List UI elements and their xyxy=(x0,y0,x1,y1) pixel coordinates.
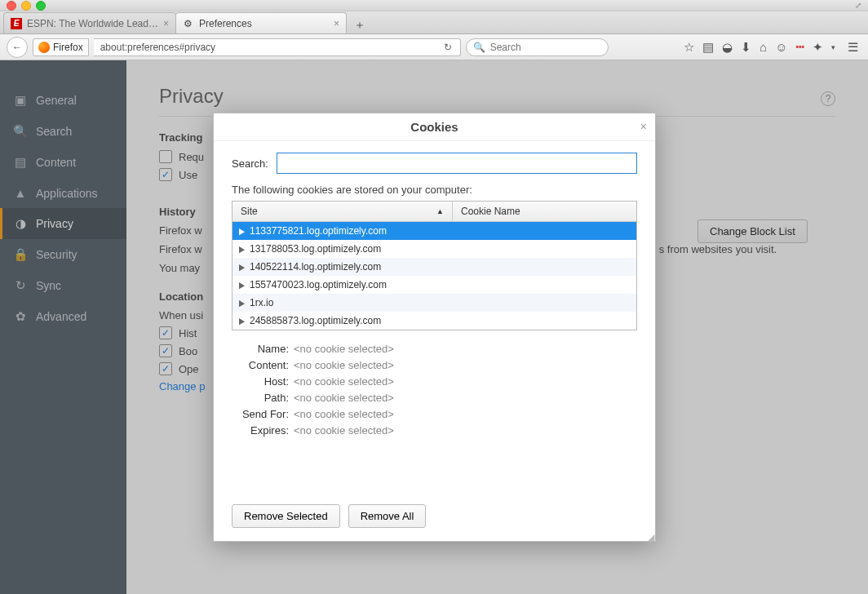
url-bar[interactable]: ↻ xyxy=(94,38,461,56)
site-cell: 245885873.log.optimizely.com xyxy=(250,315,381,326)
tab-close-icon[interactable]: × xyxy=(163,18,169,29)
column-cookie-name[interactable]: Cookie Name xyxy=(453,202,636,221)
new-tab-button[interactable]: ＋ xyxy=(351,17,369,33)
identity-label: Firefox xyxy=(53,42,83,53)
column-cookie-label: Cookie Name xyxy=(461,206,520,217)
search-bar[interactable]: 🔍 xyxy=(466,38,609,56)
table-header: Site▲ Cookie Name xyxy=(232,202,636,222)
reading-list-icon[interactable]: ▤ xyxy=(702,40,714,55)
tab-label: Preferences xyxy=(199,18,252,29)
fullscreen-icon[interactable]: ⤢ xyxy=(855,1,861,10)
window-titlebar: ⤢ xyxy=(0,0,868,11)
back-button[interactable]: ← xyxy=(7,37,28,58)
tab-espn[interactable]: E ESPN: The Worldwide Lead… × xyxy=(3,12,176,33)
site-cell: 1557470023.log.optimizely.com xyxy=(250,279,387,290)
toolbar-icons: ☆ ▤ ◒ ⬇ ⌂ ☺ ••• ✦ ▾ ☰ xyxy=(684,40,861,55)
table-row[interactable]: ▶140522114.log.optimizely.com xyxy=(232,258,636,276)
dialog-title: Cookies xyxy=(410,120,458,134)
home-icon[interactable]: ⌂ xyxy=(760,40,767,54)
url-input[interactable] xyxy=(99,41,441,54)
expand-icon[interactable]: ▶ xyxy=(239,298,245,308)
table-body: ▶1133775821.log.optimizely.com ▶13178805… xyxy=(232,222,636,330)
column-site-label: Site xyxy=(241,206,258,217)
detail-value-name: <no cookie selected> xyxy=(294,343,394,355)
expand-icon[interactable]: ▶ xyxy=(239,262,245,272)
table-row[interactable]: ▶245885873.log.optimizely.com xyxy=(232,312,636,330)
gear-favicon-icon: ⚙ xyxy=(183,18,194,29)
site-cell: 140522114.log.optimizely.com xyxy=(250,261,381,273)
site-cell: 131788053.log.optimizely.com xyxy=(250,243,381,255)
remove-selected-button[interactable]: Remove Selected xyxy=(232,504,340,528)
cookie-details: Name:<no cookie selected> Content:<no co… xyxy=(232,339,637,441)
detail-value-sendfor: <no cookie selected> xyxy=(294,408,394,420)
expand-icon[interactable]: ▶ xyxy=(239,244,245,254)
site-cell: 1133775821.log.optimizely.com xyxy=(250,225,387,237)
hamburger-menu-icon[interactable]: ☰ xyxy=(844,40,861,55)
tab-strip: E ESPN: The Worldwide Lead… × ⚙ Preferen… xyxy=(0,11,868,34)
chat-icon[interactable]: ☺ xyxy=(775,40,787,54)
tab-preferences[interactable]: ⚙ Preferences × xyxy=(175,12,347,33)
site-cell: 1rx.io xyxy=(250,297,273,308)
expand-icon[interactable]: ▶ xyxy=(239,226,245,236)
pocket-icon[interactable]: ◒ xyxy=(722,40,733,55)
window-zoom-button[interactable] xyxy=(36,1,46,11)
identity-box[interactable]: Firefox xyxy=(33,38,89,56)
extension-icon[interactable]: ✦ xyxy=(813,40,823,55)
expand-icon[interactable]: ▶ xyxy=(239,280,245,290)
detail-label-host: Host: xyxy=(232,375,289,388)
dialog-close-icon[interactable]: × xyxy=(640,120,647,133)
expand-icon[interactable]: ▶ xyxy=(239,316,245,326)
detail-label-sendfor: Send For: xyxy=(232,408,289,420)
cookies-dialog: Cookies × Search: The following cookies … xyxy=(213,113,656,542)
table-row[interactable]: ▶1rx.io xyxy=(232,294,636,312)
detail-value-expires: <no cookie selected> xyxy=(294,424,394,437)
detail-label-expires: Expires: xyxy=(232,424,289,437)
resize-handle-icon[interactable]: ◢ xyxy=(648,534,653,539)
tab-label: ESPN: The Worldwide Lead… xyxy=(27,18,158,29)
table-row[interactable]: ▶1557470023.log.optimizely.com xyxy=(232,276,636,294)
detail-label-name: Name: xyxy=(232,343,289,355)
search-label: Search: xyxy=(232,157,268,170)
detail-value-path: <no cookie selected> xyxy=(294,392,394,404)
detail-value-content: <no cookie selected> xyxy=(294,359,394,371)
cookies-description: The following cookies are stored on your… xyxy=(232,184,637,196)
nav-toolbar: ← Firefox ↻ 🔍 ☆ ▤ ◒ ⬇ ⌂ ☺ ••• ✦ ▾ ☰ xyxy=(0,34,868,60)
table-row[interactable]: ▶1133775821.log.optimizely.com xyxy=(232,222,636,240)
dialog-header: Cookies × xyxy=(214,113,655,141)
window-minimize-button[interactable] xyxy=(21,1,31,11)
cookies-table: Site▲ Cookie Name ▶1133775821.log.optimi… xyxy=(232,201,637,330)
firefox-icon xyxy=(38,42,50,53)
detail-label-content: Content: xyxy=(232,359,289,371)
window-close-button[interactable] xyxy=(7,1,16,11)
abp-icon[interactable]: ••• xyxy=(795,42,804,51)
detail-label-path: Path: xyxy=(232,392,289,404)
column-site[interactable]: Site▲ xyxy=(232,202,453,221)
detail-value-host: <no cookie selected> xyxy=(294,375,394,388)
bookmark-star-icon[interactable]: ☆ xyxy=(684,40,694,55)
table-row[interactable]: ▶131788053.log.optimizely.com xyxy=(232,240,636,258)
espn-favicon-icon: E xyxy=(11,18,22,29)
sort-asc-icon: ▲ xyxy=(436,207,444,215)
cookies-search-input[interactable] xyxy=(277,153,637,174)
reload-icon[interactable]: ↻ xyxy=(441,42,455,53)
search-input[interactable] xyxy=(489,41,601,54)
remove-all-button[interactable]: Remove All xyxy=(348,504,427,528)
dropdown-icon[interactable]: ▾ xyxy=(831,43,835,51)
tab-close-icon[interactable]: × xyxy=(334,18,339,29)
downloads-icon[interactable]: ⬇ xyxy=(741,40,751,55)
search-icon: 🔍 xyxy=(473,42,485,53)
